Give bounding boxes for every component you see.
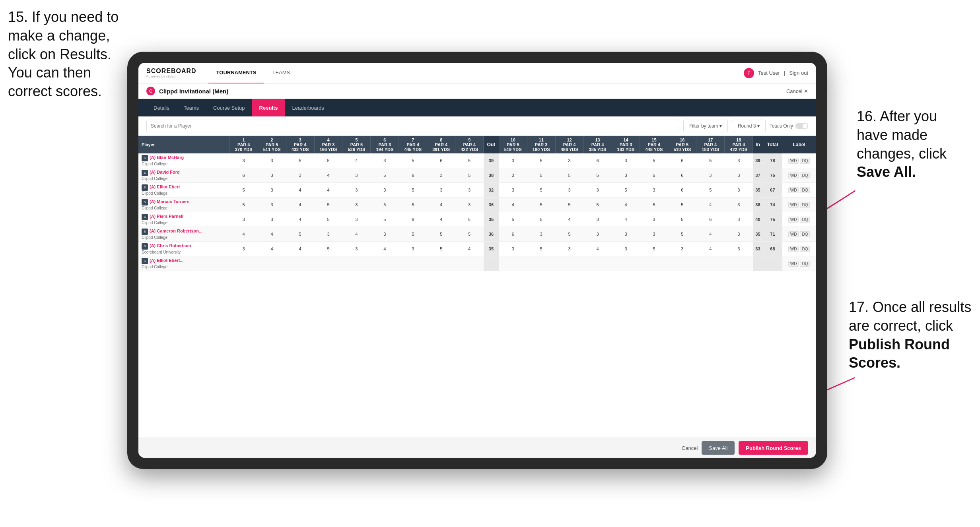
hole-14-score-6[interactable]: 3 bbox=[612, 242, 640, 256]
hole-4-score-0[interactable]: 5 bbox=[314, 153, 342, 168]
hole-6-score-7[interactable] bbox=[371, 256, 399, 271]
hole-11-score-1[interactable]: 5 bbox=[527, 168, 555, 183]
hole-1-score-1[interactable]: 6 bbox=[229, 168, 258, 183]
hole-18-score-5[interactable]: 3 bbox=[725, 227, 753, 242]
hole-8-score-5[interactable]: 5 bbox=[427, 227, 455, 242]
dq-btn-0[interactable]: DQ bbox=[800, 158, 810, 164]
hole-3-score-1[interactable]: 3 bbox=[286, 168, 314, 183]
hole-12-score-2[interactable]: 3 bbox=[555, 183, 583, 198]
wd-btn-7[interactable]: WD bbox=[788, 261, 799, 267]
hole-6-score-6[interactable]: 4 bbox=[371, 242, 399, 256]
hole-6-score-5[interactable]: 3 bbox=[371, 227, 399, 242]
hole-17-score-1[interactable]: 3 bbox=[696, 168, 725, 183]
hole-4-score-1[interactable]: 4 bbox=[314, 168, 342, 183]
hole-4-score-7[interactable] bbox=[314, 256, 342, 271]
hole-4-score-3[interactable]: 5 bbox=[314, 198, 342, 212]
hole-3-score-4[interactable]: 4 bbox=[286, 212, 314, 227]
hole-6-score-1[interactable]: 5 bbox=[371, 168, 399, 183]
dq-btn-1[interactable]: DQ bbox=[800, 172, 810, 178]
hole-18-score-2[interactable]: 3 bbox=[725, 183, 753, 198]
hole-11-score-4[interactable]: 5 bbox=[527, 212, 555, 227]
hole-9-score-1[interactable]: 5 bbox=[455, 168, 484, 183]
search-input[interactable] bbox=[146, 120, 679, 132]
hole-2-score-1[interactable]: 3 bbox=[258, 168, 286, 183]
hole-12-score-0[interactable]: 3 bbox=[555, 153, 583, 168]
hole-18-score-7[interactable] bbox=[725, 256, 753, 271]
tab-details[interactable]: Details bbox=[146, 99, 177, 116]
wd-btn-0[interactable]: WD bbox=[788, 158, 799, 164]
cancel-button[interactable]: Cancel bbox=[682, 445, 698, 451]
hole-4-score-2[interactable]: 4 bbox=[314, 183, 342, 198]
hole-3-score-6[interactable]: 4 bbox=[286, 242, 314, 256]
hole-2-score-6[interactable]: 4 bbox=[258, 242, 286, 256]
player-name[interactable]: (A) Elliot Ebert... bbox=[150, 258, 184, 263]
hole-16-score-5[interactable]: 5 bbox=[668, 227, 696, 242]
hole-5-score-4[interactable]: 3 bbox=[342, 212, 371, 227]
hole-12-score-1[interactable]: 5 bbox=[555, 168, 583, 183]
hole-9-score-4[interactable]: 5 bbox=[455, 212, 484, 227]
hole-12-score-6[interactable]: 3 bbox=[555, 242, 583, 256]
hole-9-score-6[interactable]: 4 bbox=[455, 242, 484, 256]
hole-2-score-5[interactable]: 4 bbox=[258, 227, 286, 242]
hole-11-score-7[interactable] bbox=[527, 256, 555, 271]
player-name[interactable]: (A) Blair McHarg bbox=[150, 155, 184, 160]
hole-9-score-3[interactable]: 3 bbox=[455, 198, 484, 212]
hole-5-score-3[interactable]: 3 bbox=[342, 198, 371, 212]
hole-2-score-4[interactable]: 3 bbox=[258, 212, 286, 227]
hole-11-score-6[interactable]: 5 bbox=[527, 242, 555, 256]
save-all-button[interactable]: Save All bbox=[702, 441, 735, 455]
hole-4-score-5[interactable]: 3 bbox=[314, 227, 342, 242]
hole-8-score-3[interactable]: 4 bbox=[427, 198, 455, 212]
wd-btn-2[interactable]: WD bbox=[788, 187, 799, 193]
wd-btn-5[interactable]: WD bbox=[788, 231, 799, 237]
dq-btn-3[interactable]: DQ bbox=[800, 202, 810, 208]
hole-14-score-0[interactable]: 3 bbox=[612, 153, 640, 168]
hole-7-score-0[interactable]: 5 bbox=[399, 153, 427, 168]
hole-15-score-1[interactable]: 5 bbox=[640, 168, 668, 183]
hole-7-score-5[interactable]: 5 bbox=[399, 227, 427, 242]
hole-17-score-6[interactable]: 4 bbox=[696, 242, 725, 256]
hole-14-score-7[interactable] bbox=[612, 256, 640, 271]
hole-3-score-0[interactable]: 5 bbox=[286, 153, 314, 168]
hole-10-score-4[interactable]: 5 bbox=[499, 212, 527, 227]
hole-5-score-2[interactable]: 3 bbox=[342, 183, 371, 198]
hole-8-score-2[interactable]: 3 bbox=[427, 183, 455, 198]
hole-13-score-0[interactable]: 6 bbox=[583, 153, 612, 168]
hole-10-score-6[interactable]: 3 bbox=[499, 242, 527, 256]
player-name[interactable]: (A) Chris Robertson bbox=[150, 243, 191, 248]
hole-12-score-3[interactable]: 5 bbox=[555, 198, 583, 212]
hole-13-score-2[interactable]: 3 bbox=[583, 183, 612, 198]
hole-13-score-4[interactable]: 3 bbox=[583, 212, 612, 227]
nav-teams[interactable]: TEAMS bbox=[264, 63, 298, 83]
hole-6-score-4[interactable]: 5 bbox=[371, 212, 399, 227]
hole-8-score-1[interactable]: 3 bbox=[427, 168, 455, 183]
hole-11-score-5[interactable]: 3 bbox=[527, 227, 555, 242]
hole-1-score-6[interactable]: 3 bbox=[229, 242, 258, 256]
tab-leaderboards[interactable]: Leaderboards bbox=[285, 99, 331, 116]
hole-13-score-7[interactable] bbox=[583, 256, 612, 271]
hole-10-score-3[interactable]: 4 bbox=[499, 198, 527, 212]
hole-14-score-1[interactable]: 3 bbox=[612, 168, 640, 183]
hole-4-score-6[interactable]: 5 bbox=[314, 242, 342, 256]
hole-18-score-4[interactable]: 3 bbox=[725, 212, 753, 227]
hole-5-score-5[interactable]: 4 bbox=[342, 227, 371, 242]
hole-16-score-2[interactable]: 6 bbox=[668, 183, 696, 198]
publish-button[interactable]: Publish Round Scores bbox=[739, 441, 808, 455]
hole-1-score-2[interactable]: 5 bbox=[229, 183, 258, 198]
hole-3-score-2[interactable]: 4 bbox=[286, 183, 314, 198]
hole-15-score-0[interactable]: 5 bbox=[640, 153, 668, 168]
wd-btn-3[interactable]: WD bbox=[788, 202, 799, 208]
hole-15-score-7[interactable] bbox=[640, 256, 668, 271]
cancel-tournament[interactable]: Cancel ✕ bbox=[786, 88, 808, 94]
hole-15-score-3[interactable]: 5 bbox=[640, 198, 668, 212]
hole-13-score-5[interactable]: 3 bbox=[583, 227, 612, 242]
hole-15-score-5[interactable]: 3 bbox=[640, 227, 668, 242]
hole-13-score-6[interactable]: 4 bbox=[583, 242, 612, 256]
hole-7-score-3[interactable]: 5 bbox=[399, 198, 427, 212]
hole-9-score-2[interactable]: 3 bbox=[455, 183, 484, 198]
hole-13-score-3[interactable]: 5 bbox=[583, 198, 612, 212]
hole-18-score-6[interactable]: 3 bbox=[725, 242, 753, 256]
hole-10-score-7[interactable] bbox=[499, 256, 527, 271]
dq-btn-2[interactable]: DQ bbox=[800, 187, 810, 193]
hole-3-score-3[interactable]: 4 bbox=[286, 198, 314, 212]
